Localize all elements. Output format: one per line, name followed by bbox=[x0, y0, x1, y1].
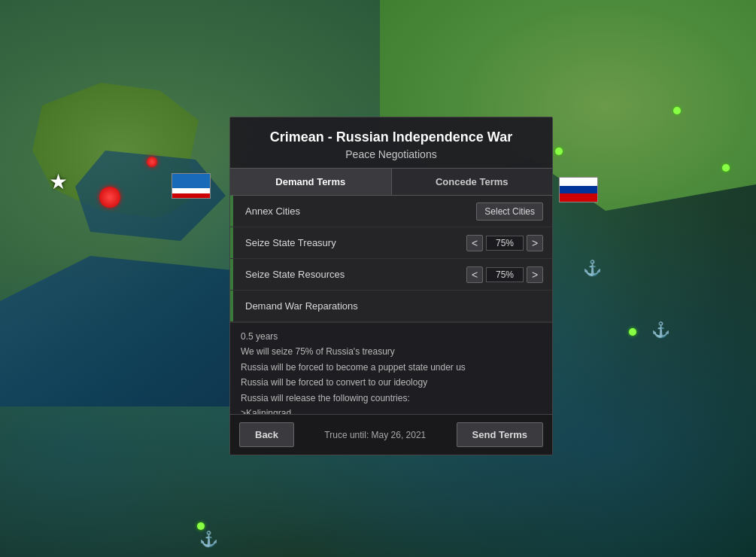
crimea-capital-star: ★ bbox=[49, 169, 68, 194]
red-marker-small bbox=[147, 157, 157, 167]
term-row-annex-cities: Annex Cities Select Cities bbox=[230, 196, 552, 227]
term-row-war-reparations: Demand War Reparations bbox=[230, 291, 552, 322]
dialog-subtitle: Peace Negotiations bbox=[245, 148, 537, 160]
treasury-increase-button[interactable]: > bbox=[527, 235, 543, 251]
term-label-war-reparations: Demand War Reparations bbox=[239, 300, 543, 312]
tab-bar: Demand Terms Concede Terms bbox=[230, 168, 552, 196]
anchor-3: ⚓ bbox=[199, 530, 218, 548]
anchor-2: ⚓ bbox=[651, 321, 670, 339]
select-cities-button[interactable]: Select Cities bbox=[476, 202, 543, 221]
summary-line-2: Russia will be forced to become a puppet… bbox=[241, 360, 542, 375]
term-row-seize-resources: Seize State Resources < 75% > bbox=[230, 259, 552, 291]
russia-flag bbox=[559, 177, 598, 202]
send-terms-button[interactable]: Send Terms bbox=[457, 422, 543, 447]
term-row-seize-treasury: Seize State Treasury < 75% > bbox=[230, 227, 552, 259]
term-label-seize-treasury: Seize State Treasury bbox=[239, 237, 466, 248]
green-dot-5 bbox=[197, 522, 205, 530]
dialog-title: Crimean - Russian Independence War bbox=[245, 129, 537, 145]
resources-increase-button[interactable]: > bbox=[527, 266, 543, 283]
tab-concede-terms[interactable]: Concede Terms bbox=[392, 169, 553, 195]
resources-decrease-button[interactable]: < bbox=[466, 266, 483, 283]
term-label-seize-resources: Seize State Resources bbox=[239, 269, 466, 280]
summary-line-3: Russia will be forced to convert to our … bbox=[241, 375, 542, 390]
summary-duration: 0.5 years bbox=[241, 329, 542, 344]
back-button[interactable]: Back bbox=[239, 422, 294, 447]
green-dot-3 bbox=[722, 164, 730, 172]
truce-info: Truce until: May 26, 2021 bbox=[294, 430, 456, 440]
green-dot-2 bbox=[673, 107, 681, 114]
anchor-1: ⚓ bbox=[583, 259, 602, 277]
green-dot-4 bbox=[629, 328, 636, 336]
summary-line-4: Russia will release the following countr… bbox=[241, 391, 542, 406]
terms-list: Annex Cities Select Cities Seize State T… bbox=[230, 196, 552, 322]
dialog-header: Crimean - Russian Independence War Peace… bbox=[230, 117, 552, 168]
treasury-decrease-button[interactable]: < bbox=[466, 235, 483, 251]
treasury-value: 75% bbox=[486, 236, 524, 251]
red-marker-large bbox=[99, 187, 120, 208]
treasury-stepper: < 75% > bbox=[466, 235, 543, 251]
resources-value: 75% bbox=[486, 267, 524, 282]
terms-summary: 0.5 years We will seize 75% of Russia's … bbox=[230, 322, 552, 427]
crimea-flag bbox=[172, 173, 211, 199]
dialog-footer: Back Truce until: May 26, 2021 Send Term… bbox=[230, 414, 552, 455]
green-dot-1 bbox=[555, 148, 563, 155]
summary-line-1: We will seize 75% of Russia's treasury bbox=[241, 344, 542, 359]
term-label-annex-cities: Annex Cities bbox=[239, 205, 476, 217]
tab-demand-terms[interactable]: Demand Terms bbox=[230, 169, 392, 195]
resources-stepper: < 75% > bbox=[466, 266, 543, 283]
peace-dialog: Crimean - Russian Independence War Peace… bbox=[229, 117, 553, 455]
